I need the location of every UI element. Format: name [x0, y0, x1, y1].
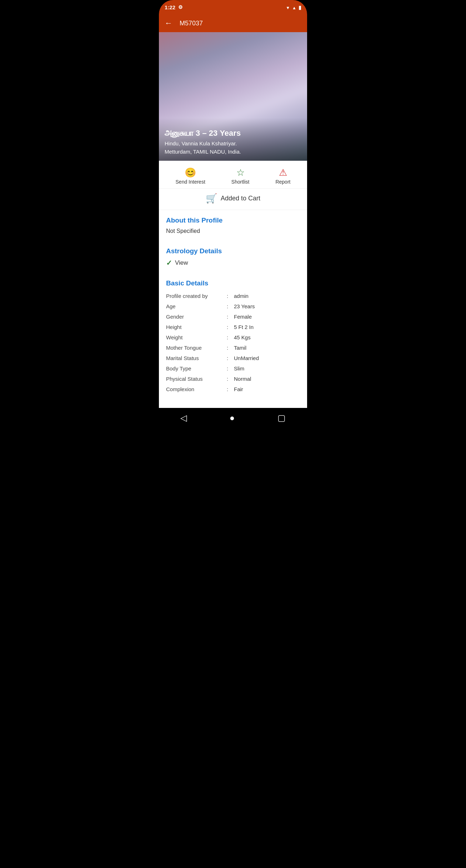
profile-image-area: அனுசுயா 3 – 23 Years Hindu, Vannia Kula …: [159, 32, 307, 161]
detail-label: Physical Status: [166, 376, 227, 382]
detail-label: Age: [166, 303, 227, 309]
detail-label: Gender: [166, 314, 227, 320]
basic-details-title: Basic Details: [166, 279, 300, 287]
about-profile-section: About this Profile Not Specified: [159, 210, 307, 241]
basic-details-table: Profile created by:adminAge:23 YearsGend…: [166, 291, 300, 394]
detail-colon: :: [227, 345, 234, 351]
detail-colon: :: [227, 365, 234, 371]
status-bar: 1:22 ⚙: [159, 0, 307, 14]
astrology-view-row: ✓ View: [166, 259, 300, 267]
basic-details-section: Basic Details Profile created by:adminAg…: [159, 273, 307, 397]
detail-value: 23 Years: [234, 303, 300, 309]
status-right: [286, 4, 301, 10]
detail-value: Fair: [234, 386, 300, 392]
detail-value: 5 Ft 2 In: [234, 324, 300, 330]
astrology-view-label[interactable]: View: [175, 259, 188, 266]
detail-value: Normal: [234, 376, 300, 382]
detail-label: Mother Tongue: [166, 345, 227, 351]
table-row: Marital Status:UnMarried: [166, 353, 300, 363]
detail-colon: :: [227, 386, 234, 392]
cart-label: Added to Cart: [221, 195, 260, 202]
astrology-title: Astrology Details: [166, 247, 300, 255]
report-label: Report: [275, 179, 290, 185]
status-left: 1:22 ⚙: [165, 4, 183, 10]
nav-back-button[interactable]: ◁: [173, 410, 194, 426]
content-area: 😊 Send Interest ☆ Shortlist ⚠ Report 🛒 A…: [159, 161, 307, 408]
gear-icon: ⚙: [178, 4, 183, 10]
detail-value: Slim: [234, 365, 300, 371]
send-interest-icon: 😊: [185, 167, 196, 178]
back-button[interactable]: ←: [165, 19, 172, 28]
profile-id-title: M57037: [180, 20, 203, 27]
nav-recent-button[interactable]: ▢: [270, 410, 293, 426]
table-row: Complexion:Fair: [166, 384, 300, 394]
cart-row: 🛒 Added to Cart: [159, 189, 307, 210]
detail-colon: :: [227, 355, 234, 361]
nav-home-button[interactable]: ●: [222, 410, 242, 426]
detail-label: Profile created by: [166, 293, 227, 299]
detail-colon: :: [227, 324, 234, 330]
table-row: Height:5 Ft 2 In: [166, 322, 300, 332]
shortlist-icon: ☆: [236, 167, 245, 178]
signal-icon: [292, 4, 296, 10]
detail-colon: :: [227, 293, 234, 299]
table-row: Body Type:Slim: [166, 363, 300, 374]
table-row: Gender:Female: [166, 311, 300, 322]
detail-value: UnMarried: [234, 355, 300, 361]
shortlist-button[interactable]: ☆ Shortlist: [231, 167, 250, 185]
wifi-icon: [286, 4, 290, 10]
top-bar: ← M57037: [159, 14, 307, 32]
table-row: Age:23 Years: [166, 301, 300, 311]
detail-colon: :: [227, 334, 234, 340]
astrology-check-icon: ✓: [166, 259, 172, 267]
detail-label: Height: [166, 324, 227, 330]
detail-label: Weight: [166, 334, 227, 340]
detail-value: admin: [234, 293, 300, 299]
table-row: Profile created by:admin: [166, 291, 300, 301]
detail-colon: :: [227, 303, 234, 309]
send-interest-button[interactable]: 😊 Send Interest: [176, 167, 205, 185]
detail-value: Female: [234, 314, 300, 320]
about-profile-value: Not Specified: [166, 228, 300, 234]
send-interest-label: Send Interest: [176, 179, 205, 185]
detail-colon: :: [227, 376, 234, 382]
table-row: Mother Tongue:Tamil: [166, 343, 300, 353]
detail-value: 45 Kgs: [234, 334, 300, 340]
profile-name-overlay: அனுசுயா 3 – 23 Years Hindu, Vannia Kula …: [159, 118, 307, 161]
cart-icon: 🛒: [206, 193, 217, 204]
table-row: Physical Status:Normal: [166, 374, 300, 384]
detail-value: Tamil: [234, 345, 300, 351]
detail-colon: :: [227, 314, 234, 320]
status-time: 1:22: [165, 4, 175, 10]
detail-label: Complexion: [166, 386, 227, 392]
action-row: 😊 Send Interest ☆ Shortlist ⚠ Report: [159, 161, 307, 189]
report-icon: ⚠: [279, 167, 287, 178]
detail-label: Marital Status: [166, 355, 227, 361]
profile-name-line: அனுசுயா 3 – 23 Years: [165, 129, 301, 138]
phone-container: 1:22 ⚙ ← M57037 அனுசுயா 3 – 23 Years Hin…: [159, 0, 307, 428]
bottom-nav: ◁ ● ▢: [159, 408, 307, 428]
profile-religion-line: Hindu, Vannia Kula Kshatriyar.: [165, 140, 301, 148]
report-button[interactable]: ⚠ Report: [275, 167, 290, 185]
shortlist-label: Shortlist: [231, 179, 250, 185]
table-row: Weight:45 Kgs: [166, 332, 300, 343]
about-profile-title: About this Profile: [166, 216, 300, 224]
profile-location-line: Metturdam, TAMIL NADU, India.: [165, 148, 301, 156]
battery-icon: [299, 4, 301, 10]
detail-label: Body Type: [166, 365, 227, 371]
astrology-section: Astrology Details ✓ View: [159, 241, 307, 273]
